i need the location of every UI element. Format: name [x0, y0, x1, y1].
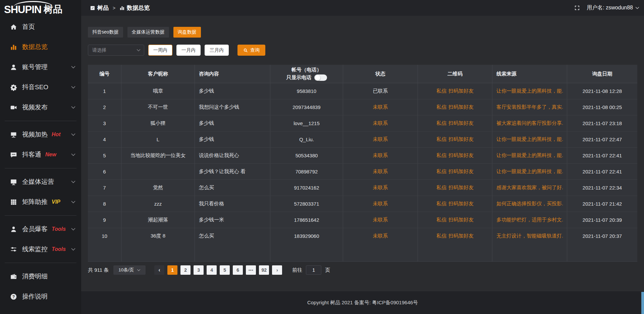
page-button-3[interactable]: 3 [194, 265, 204, 275]
qr-scan-add-friend-link[interactable]: 扫码加好友 [448, 120, 474, 126]
breadcrumb-item-root[interactable]: 树品 [97, 4, 109, 12]
source-link[interactable]: 如何正确选择投影仪，买投影... [496, 201, 563, 207]
cell-date: 2021-11-07 22:47 [567, 132, 637, 147]
sidebar-item-video-publish[interactable]: 视频发布 [0, 97, 81, 117]
sidebar-item-home[interactable]: 首页 [0, 17, 81, 37]
jump-page-input[interactable] [306, 265, 321, 275]
source-link[interactable]: 让你一眼就爱上的黑科技，能... [496, 168, 563, 175]
qr-private-message-link[interactable]: 私信 [436, 185, 446, 191]
cell-index: 8 [88, 196, 121, 212]
sidebar-item-help[interactable]: ?操作说明 [0, 286, 81, 307]
cell-source: 感谢大家喜欢我家，被问了好... [492, 180, 567, 196]
source-link[interactable]: 让你一眼就爱上的黑科技，能... [496, 136, 563, 143]
page-button-2[interactable]: 2 [180, 265, 191, 275]
qr-private-message-link[interactable]: 私信 [436, 104, 446, 110]
page-more-button[interactable]: ••• [246, 265, 256, 275]
qr-private-message-link[interactable]: 私信 [436, 168, 446, 175]
cell-qrcode: 私信扫码加好友 [418, 196, 492, 212]
cell-content: 多少钱 [195, 132, 270, 147]
qr-scan-add-friend-link[interactable]: 扫码加好友 [448, 233, 474, 239]
filler-cell [567, 244, 637, 261]
cell-nickname [121, 164, 195, 179]
phone-only-toggle[interactable] [314, 74, 327, 81]
qr-private-message-link[interactable]: 私信 [436, 233, 446, 239]
sidebar-item-matrix-boost[interactable]: 矩阵助推VIP [0, 192, 81, 212]
sidebar-item-data-overview[interactable]: 数据总览 [0, 37, 81, 57]
qr-scan-add-friend-link[interactable]: 扫码加好友 [448, 104, 474, 110]
video-camera-icon [10, 104, 17, 111]
source-link[interactable]: 无主灯设计，智能磁吸轨道灯... [496, 233, 563, 239]
qr-scan-add-friend-link[interactable]: 扫码加好友 [448, 136, 474, 143]
cell-qrcode: 私信扫码加好友 [418, 212, 492, 228]
fullscreen-icon[interactable] [574, 5, 580, 11]
tab-douyin-seo-data[interactable]: 抖音seo数据 [88, 27, 123, 38]
qr-scan-add-friend-link[interactable]: 扫码加好友 [448, 152, 474, 159]
range-button-quarter[interactable]: 三月内 [205, 45, 229, 56]
cell-nickname: 哦章 [121, 83, 195, 99]
source-link[interactable]: 多功能护栏灯，适用于乡村文... [496, 217, 563, 223]
qr-scan-add-friend-link[interactable]: 扫码加好友 [448, 201, 474, 207]
scrollbar-thumb[interactable] [641, 292, 644, 314]
search-button[interactable]: 查询 [237, 45, 265, 56]
breadcrumb: 树品 > 数据总览 [90, 4, 150, 12]
filler-cell [343, 244, 418, 261]
qr-scan-add-friend-link[interactable]: 扫码加好友 [448, 217, 474, 223]
sidebar-item-video-heat[interactable]: 视频加热Hot [0, 124, 81, 145]
qr-scan-add-friend-link[interactable]: 扫码加好友 [448, 168, 474, 175]
grid-icon [10, 199, 17, 206]
qr-scan-add-friend-link[interactable]: 扫码加好友 [448, 88, 474, 94]
cell-account: 178651642 [270, 212, 343, 228]
user-menu[interactable]: 用户名: zswodun88 [587, 4, 639, 11]
qr-private-message-link[interactable]: 私信 [436, 120, 446, 126]
sidebar-item-douyin-seo[interactable]: 抖音SEO [0, 77, 81, 97]
sidebar-item-doukertong[interactable]: 抖客通New [0, 145, 81, 165]
member-icon [10, 226, 17, 233]
qr-private-message-link[interactable]: 私信 [436, 88, 446, 94]
qr-private-message-link[interactable]: 私信 [436, 136, 446, 143]
cell-date: 2021-11-07 22:41 [567, 148, 637, 163]
cell-account: 70898792 [270, 164, 343, 179]
sidebar-item-account-manage[interactable]: 账号管理 [0, 57, 81, 77]
column-header-6: 线索来源 [492, 65, 567, 83]
sidebar: SHUPIN 树品 首页数据总览账号管理抖音SEO视频发布视频加热Hot抖客通N… [0, 0, 81, 314]
qr-scan-add-friend-link[interactable]: 扫码加好友 [448, 185, 474, 191]
breadcrumb-item-current[interactable]: 数据总览 [127, 4, 150, 12]
tab-inquiry-data[interactable]: 询盘数据 [173, 27, 201, 38]
prev-page-button[interactable]: ‹ [154, 265, 164, 275]
sidebar-item-clue-monitor[interactable]: 线索监控Tools [0, 239, 81, 259]
inquiry-table: 编号客户昵称咨询内容帐号（电话）只显示电话状态二维码线索来源询盘日期 1哦章多少… [88, 65, 637, 262]
page-button-4[interactable]: 4 [207, 265, 217, 275]
sidebar-item-media-ops[interactable]: 全媒体运营 [0, 172, 81, 192]
cell-source: 如何正确选择投影仪，买投影... [492, 196, 567, 212]
app-screen: SHUPIN 树品 首页数据总览账号管理抖音SEO视频发布视频加热Hot抖客通N… [0, 0, 644, 314]
cell-status: 未联系 [343, 148, 418, 163]
page-button-1[interactable]: 1 [167, 265, 177, 275]
qr-private-message-link[interactable]: 私信 [436, 201, 446, 207]
sidebar-item-member-baoke[interactable]: 会员爆客Tools [0, 219, 81, 239]
cell-date: 2021-11-07 22:34 [567, 180, 637, 196]
qr-private-message-link[interactable]: 私信 [436, 152, 446, 159]
page-size-select[interactable]: 10条/页 [113, 265, 146, 275]
cell-account: 183929060 [270, 228, 343, 244]
table-row: 4L多少钱Q_Liu.未联系私信扫码加好友让你一眼就爱上的黑科技，能...202… [88, 132, 637, 148]
sidebar-item-consume-detail[interactable]: 消费明细 [0, 266, 81, 286]
source-link[interactable]: 被大家追着问的客厅投影分享... [496, 120, 563, 126]
page-button-5[interactable]: 5 [220, 265, 230, 275]
cell-qrcode: 私信扫码加好友 [418, 228, 492, 244]
cell-account: love__1215 [270, 115, 343, 131]
jump-prefix-label: 前往 [292, 267, 302, 273]
screen-icon [10, 178, 17, 186]
source-link[interactable]: 让你一眼就爱上的黑科技，能... [496, 88, 563, 94]
qr-private-message-link[interactable]: 私信 [436, 217, 446, 223]
source-link[interactable]: 让你一眼就爱上的黑科技，能... [496, 152, 563, 159]
range-button-month[interactable]: 一月内 [176, 45, 201, 56]
filter-select[interactable]: 请选择 [88, 45, 144, 56]
next-page-button[interactable]: › [272, 265, 282, 275]
page-button-6[interactable]: 6 [233, 265, 243, 275]
tab-media-ops-data[interactable]: 全媒体运营数据 [127, 27, 169, 38]
page-button-92[interactable]: 92 [259, 265, 269, 275]
source-link[interactable]: 感谢大家喜欢我家，被问了好... [496, 185, 563, 191]
source-link[interactable]: 客厅安装投影半年多了，真实... [496, 104, 563, 110]
range-button-week[interactable]: 一周内 [148, 45, 172, 56]
logo-arc [13, 1, 53, 7]
